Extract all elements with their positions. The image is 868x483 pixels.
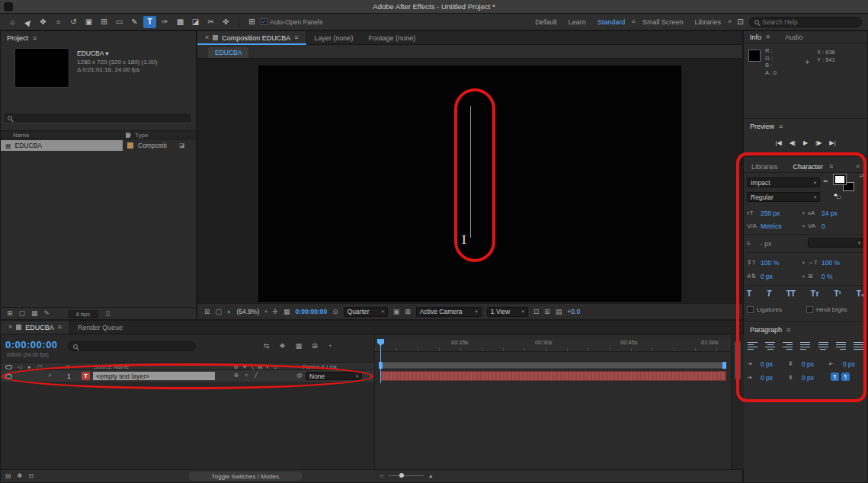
layer-row[interactable]: > 1 T <empty text layer> ⊕ ✧ ╱ @ None ▾ bbox=[1, 370, 374, 382]
project-search-field[interactable] bbox=[5, 114, 191, 123]
play-button[interactable]: ▶ bbox=[803, 139, 808, 146]
tab-timeline-educba[interactable]: × EDUCBA ≡ bbox=[1, 321, 70, 334]
mini-flowchart-icon[interactable]: ⇆ bbox=[264, 343, 270, 350]
align-center-icon[interactable] bbox=[765, 342, 775, 350]
font-size-field[interactable]: тT 250 px ▾ bbox=[747, 208, 805, 218]
stroke-width-field[interactable]: ≡ - px bbox=[747, 238, 805, 248]
chevron-down-icon[interactable]: ▾ bbox=[264, 309, 267, 315]
zoom-out-icon[interactable]: ▭ bbox=[380, 474, 384, 478]
source-name-column[interactable]: Source Name bbox=[94, 363, 129, 370]
panel-menu-icon[interactable]: ≡ bbox=[829, 163, 833, 170]
exposure-value[interactable]: +0.0 bbox=[567, 308, 580, 315]
eraser-tool-icon[interactable]: ◪ bbox=[189, 16, 202, 28]
tab-libraries[interactable]: Libraries bbox=[751, 163, 778, 171]
first-line-indent-field[interactable]: ⇥ 0 px bbox=[747, 373, 783, 382]
draft-3d-icon[interactable]: ❖ bbox=[280, 343, 286, 350]
snapshot-icon[interactable]: ⊙ bbox=[332, 309, 338, 315]
space-before-field[interactable]: ⇞ 0 px bbox=[788, 359, 825, 369]
justify-last-center-icon[interactable] bbox=[818, 342, 828, 350]
timeline-scrollbar[interactable] bbox=[731, 334, 744, 469]
viewer-timecode[interactable]: 0:00:00:00 bbox=[296, 308, 328, 315]
paragraph-panel-title[interactable]: Paragraph bbox=[750, 326, 782, 334]
eyedropper-icon[interactable]: ✒ bbox=[823, 178, 829, 185]
stroke-style-select[interactable]: ▾ bbox=[808, 238, 864, 248]
layer-fx-switch-icon[interactable]: ✧ bbox=[244, 373, 248, 379]
info-panel-title[interactable]: Info bbox=[750, 34, 761, 41]
type-tool-icon[interactable]: T bbox=[143, 16, 156, 28]
tracking-field[interactable]: VA 0 ▾ bbox=[808, 221, 866, 231]
layer-mask-switch-icon[interactable]: ╱ bbox=[255, 373, 258, 379]
project-panel-title[interactable]: Project bbox=[7, 34, 28, 42]
fill-stroke-swatches[interactable]: ⇄ bbox=[834, 174, 864, 199]
workspace-default[interactable]: Default bbox=[530, 18, 562, 26]
toggle-switches-modes-button[interactable]: Toggle Switches / Modes bbox=[188, 472, 303, 481]
indent-left-field[interactable]: ⇥ 0 px bbox=[747, 359, 783, 369]
zoom-tool-icon[interactable]: ○ bbox=[52, 16, 65, 28]
clone-stamp-tool-icon[interactable]: ▩ bbox=[174, 16, 187, 28]
tsume-field[interactable]: ⊞ 0 % ▾ bbox=[808, 271, 866, 281]
tab-footage[interactable]: Footage (none) bbox=[361, 31, 424, 44]
timeline-button-icon[interactable]: ⊞ bbox=[544, 309, 550, 315]
text-direction-rtl-button[interactable]: ¶ bbox=[841, 373, 850, 381]
region-of-interest-icon[interactable]: ▦ bbox=[283, 309, 290, 315]
current-time-indicator[interactable] bbox=[380, 339, 381, 383]
motion-blur-icon[interactable]: ◔ bbox=[328, 343, 332, 350]
column-name[interactable]: Name bbox=[13, 132, 29, 139]
composition-thumbnail[interactable] bbox=[14, 48, 69, 88]
project-bit-depth[interactable]: 8 bpc bbox=[68, 310, 98, 318]
preview-panel-title[interactable]: Preview bbox=[750, 123, 774, 130]
pen-tool-icon[interactable]: ✎ bbox=[128, 16, 141, 28]
fill-swatch[interactable] bbox=[834, 174, 846, 184]
trash-icon[interactable]: ▯ bbox=[106, 310, 110, 317]
workspace-standard[interactable]: Standard bbox=[593, 18, 630, 26]
close-icon[interactable]: × bbox=[205, 34, 209, 41]
small-caps-button[interactable]: Tт bbox=[811, 289, 819, 298]
transparency-grid-icon[interactable]: ⊠ bbox=[405, 309, 411, 315]
timeline-track-area[interactable]: 0s 00:15s 00:30s 00:45s 01:00s bbox=[374, 334, 731, 469]
justify-last-left-icon[interactable] bbox=[800, 342, 810, 350]
home-tool-icon[interactable]: ⌂ bbox=[6, 16, 19, 28]
auto-open-panels-checkbox[interactable]: ✓ bbox=[261, 18, 267, 25]
lock-column-icon[interactable]: ▢ bbox=[37, 364, 43, 369]
new-folder-icon[interactable]: ▢ bbox=[19, 310, 26, 317]
vertical-scale-field[interactable]: ⇕T 100 % ▾ bbox=[747, 257, 805, 267]
camera-select[interactable]: Active Camera ▾ bbox=[416, 307, 482, 317]
hand-tool-icon[interactable]: ✥ bbox=[37, 16, 50, 28]
tab-composition[interactable]: × Composition EDUCBA ≡ bbox=[197, 31, 307, 44]
resolution-select[interactable]: Quarter ▾ bbox=[344, 307, 388, 317]
justify-last-right-icon[interactable] bbox=[836, 342, 846, 350]
shape-tool-icon[interactable]: ▭ bbox=[113, 16, 126, 28]
fast-previews-icon[interactable]: ▣ bbox=[393, 309, 400, 315]
parent-link-column[interactable]: Parent & Link bbox=[303, 363, 337, 370]
leading-field[interactable]: ᴀA 24 px ▾ bbox=[808, 208, 866, 218]
layer-position-switch-icon[interactable]: ⊕ bbox=[234, 373, 239, 379]
solo-column-icon[interactable]: ● bbox=[27, 364, 30, 369]
workspace-menu-icon[interactable]: ≡ bbox=[632, 19, 636, 25]
work-area-bar[interactable] bbox=[380, 362, 726, 369]
help-search[interactable] bbox=[749, 17, 862, 27]
audio-panel-tab[interactable]: Audio bbox=[785, 34, 802, 41]
app-menu-icon[interactable] bbox=[4, 2, 13, 11]
grid-overlay-icon[interactable]: ⊞ bbox=[204, 309, 210, 315]
viewer-tab-educba[interactable]: EDUCBA bbox=[208, 47, 248, 58]
justify-all-icon[interactable] bbox=[854, 342, 863, 350]
selection-tool-icon[interactable]: ▶ bbox=[19, 13, 37, 30]
font-family-select[interactable]: Impact ▾ bbox=[747, 178, 820, 187]
camera-tool-icon[interactable]: ▣ bbox=[82, 16, 95, 28]
ruler-icon[interactable]: ✛ bbox=[273, 309, 279, 315]
shy-layers-icon[interactable]: ▦ bbox=[296, 343, 303, 350]
align-right-icon[interactable] bbox=[783, 342, 793, 350]
indent-right-field[interactable]: ⇤ 0 px bbox=[829, 359, 866, 369]
pick-whip-icon[interactable]: @ bbox=[296, 373, 303, 379]
roto-brush-tool-icon[interactable]: ✂ bbox=[204, 16, 217, 28]
workspace-learn[interactable]: Learn bbox=[564, 18, 591, 26]
collapse-icon[interactable]: ⊟ bbox=[28, 473, 34, 479]
current-time-display[interactable]: 0:00:00:00 bbox=[5, 339, 58, 350]
zoom-slider-knob[interactable] bbox=[399, 473, 404, 478]
frame-blending-icon[interactable]: ⊞ bbox=[312, 343, 318, 350]
graph-editor-icon[interactable]: ✽ bbox=[18, 473, 23, 479]
layer-visibility-toggle[interactable] bbox=[5, 374, 12, 379]
panel-menu-icon[interactable]: ≡ bbox=[58, 324, 62, 331]
pan-behind-tool-icon[interactable]: ⊞ bbox=[98, 16, 111, 28]
workspace-panel-icon[interactable]: ⊞ bbox=[245, 16, 258, 28]
